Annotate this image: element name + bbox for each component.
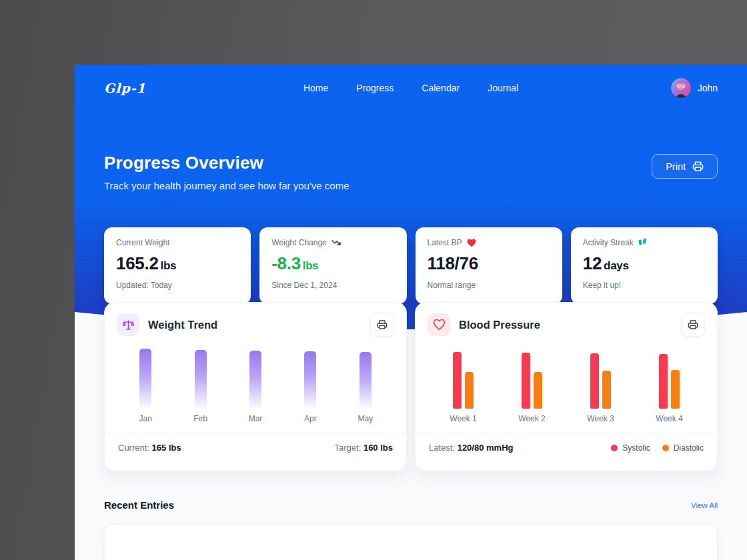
blood-pressure-footer: Latest: 120/80 mmHg Systolic Diastolic — [416, 433, 717, 453]
systolic-dot — [611, 445, 618, 451]
weight-bar-column: Apr — [283, 349, 337, 423]
bp-bar-column: Week 2 — [498, 349, 566, 423]
stat-value: 118/76 — [428, 253, 478, 273]
weight-bar-label: Mar — [249, 414, 263, 423]
diastolic-bar — [671, 370, 680, 409]
weight-bar-label: Jan — [139, 414, 152, 423]
bp-bar-column: Week 4 — [635, 349, 704, 423]
diastolic-bar — [602, 371, 611, 409]
systolic-bar — [590, 353, 599, 409]
stat-value: 12 — [583, 253, 602, 273]
hero-section: Glp-1 Home Progress Calendar Journal — [75, 65, 747, 307]
bp-bar-label: Week 2 — [518, 414, 545, 423]
avatar[interactable] — [671, 78, 691, 98]
weight-bar-column: Mar — [228, 349, 283, 423]
weight-bar-column: Jan — [118, 349, 173, 423]
latest-value: 120/80 mmHg — [458, 443, 514, 453]
systolic-bar — [453, 352, 462, 409]
weight-bar — [139, 349, 151, 409]
stat-label: Current Weight — [116, 238, 169, 247]
user-name: John — [698, 83, 718, 93]
hero-header: Progress Overview Track your health jour… — [104, 153, 718, 191]
weight-trend-title: Weight Trend — [148, 319, 217, 331]
bp-bar-label: Week 4 — [656, 414, 682, 423]
weight-bar-label: Apr — [304, 414, 317, 423]
weight-bar — [304, 351, 316, 409]
trending-down-icon — [331, 238, 341, 247]
top-navigation: Glp-1 Home Progress Calendar Journal — [104, 65, 718, 98]
stat-unit: days — [604, 259, 629, 272]
nav-item-home[interactable]: Home — [303, 83, 328, 93]
current-label: Current: — [118, 443, 149, 453]
heart-icon — [467, 239, 476, 247]
stat-value: 165.2 — [116, 253, 159, 273]
target-label: Target: — [335, 443, 361, 453]
systolic-bar — [522, 353, 530, 409]
recent-entries-section: Recent Entries View All — [104, 499, 718, 560]
weight-bar-label: Feb — [193, 414, 207, 423]
stat-value: -8.3 — [271, 253, 301, 273]
nav-menu: Home Progress Calendar Journal — [303, 83, 518, 93]
weight-trend-footer: Current: 165 lbs Target: 160 lbs — [105, 433, 406, 453]
scale-icon — [117, 313, 139, 336]
app-logo[interactable]: Glp-1 — [104, 81, 146, 95]
stat-subtext: Updated: Today — [116, 281, 239, 290]
footprints-icon — [638, 238, 647, 247]
page-title: Progress Overview — [104, 153, 349, 173]
diastolic-dot — [662, 445, 669, 451]
blood-pressure-bars: Week 1Week 2Week 3Week 4 — [416, 349, 717, 423]
recent-entries-card — [104, 524, 718, 560]
printer-icon — [692, 161, 704, 172]
weight-trend-card: Weight Trend JanFebMarAprMay Current: 16… — [104, 302, 407, 471]
weight-bar — [359, 352, 371, 409]
weight-bar-label: May — [357, 414, 373, 423]
page-subtitle: Track your health journey and see how fa… — [104, 180, 349, 191]
stat-unit: lbs — [161, 259, 177, 272]
stat-card-latest-bp: Latest BP 118/76 Normal range — [416, 227, 562, 304]
user-menu[interactable]: John — [671, 78, 718, 98]
weight-bar — [195, 350, 207, 409]
stat-card-weight-change: Weight Change -8.3lbs Since Dec 1, 2024 — [259, 227, 406, 304]
weight-bar — [249, 351, 261, 409]
diastolic-bar — [465, 372, 474, 409]
nav-item-progress[interactable]: Progress — [356, 83, 394, 93]
current-value: 165 lbs — [152, 443, 181, 453]
weight-bar-column: Feb — [173, 349, 227, 423]
systolic-legend-label: Systolic — [622, 443, 650, 453]
weight-trend-print-button[interactable] — [370, 313, 394, 337]
blood-pressure-print-button[interactable] — [681, 313, 705, 337]
stat-subtext: Keep it up! — [583, 281, 706, 290]
target-value: 160 lbs — [363, 443, 393, 453]
latest-label: Latest: — [429, 443, 455, 453]
bp-bar-column: Week 3 — [566, 349, 635, 423]
nav-item-journal[interactable]: Journal — [488, 83, 518, 93]
stat-subtext: Normal range — [428, 281, 550, 290]
blood-pressure-title: Blood Pressure — [459, 319, 540, 331]
blood-pressure-card: Blood Pressure Week 1Week 2Week 3Week 4 … — [415, 302, 718, 471]
app-window: Glp-1 Home Progress Calendar Journal — [75, 65, 747, 560]
charts-row: Weight Trend JanFebMarAprMay Current: 16… — [104, 302, 718, 471]
stats-row: Current Weight 165.2lbs Updated: Today W… — [104, 227, 718, 304]
stat-label: Latest BP — [428, 238, 462, 247]
bp-bar-label: Week 3 — [587, 414, 614, 423]
stat-label: Activity Streak — [583, 238, 634, 247]
stat-card-activity-streak: Activity Streak 12days Keep it up! — [571, 227, 718, 304]
diastolic-legend-label: Diastolic — [674, 443, 704, 453]
stat-unit: lbs — [303, 259, 319, 272]
view-all-link[interactable]: View All — [691, 501, 718, 509]
bp-legend: Systolic Diastolic — [611, 443, 704, 453]
weight-trend-bars: JanFebMarAprMay — [105, 349, 406, 423]
weight-bar-column: May — [338, 349, 393, 423]
bp-bar-column: Week 1 — [429, 349, 498, 423]
bp-bar-label: Week 1 — [450, 414, 476, 423]
stat-card-current-weight: Current Weight 165.2lbs Updated: Today — [104, 227, 251, 304]
print-button[interactable]: Print — [652, 154, 718, 179]
stat-label: Weight Change — [271, 238, 327, 247]
stat-subtext: Since Dec 1, 2024 — [271, 281, 394, 290]
nav-item-calendar[interactable]: Calendar — [422, 83, 460, 93]
recent-entries-title: Recent Entries — [104, 499, 174, 511]
print-button-label: Print — [666, 161, 686, 172]
heart-outline-icon — [428, 313, 450, 336]
systolic-bar — [659, 354, 668, 409]
diastolic-bar — [534, 372, 542, 409]
